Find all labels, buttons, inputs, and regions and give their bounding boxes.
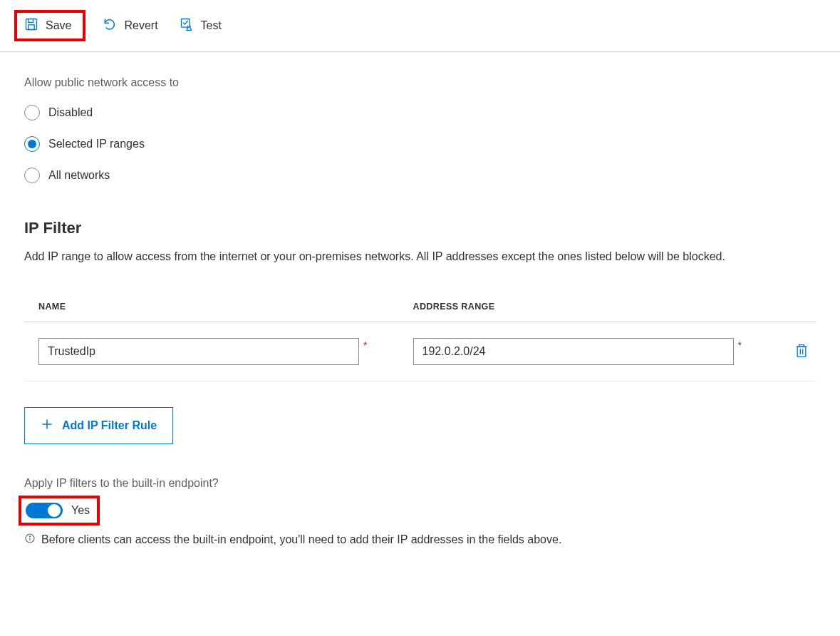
save-button[interactable]: Save bbox=[20, 14, 76, 37]
save-highlight-box: Save bbox=[14, 10, 85, 41]
rule-name-input[interactable] bbox=[38, 338, 359, 365]
column-header-actions bbox=[773, 294, 816, 322]
toolbar: Save Revert Test bbox=[0, 0, 840, 52]
radio-icon bbox=[24, 168, 40, 183]
column-header-name: NAME bbox=[24, 294, 399, 322]
radio-icon bbox=[24, 105, 40, 120]
radio-label-disabled: Disabled bbox=[48, 106, 93, 119]
network-access-label: Allow public network access to bbox=[24, 76, 816, 89]
column-header-address-range: ADDRESS RANGE bbox=[399, 294, 774, 322]
test-button[interactable]: Test bbox=[175, 14, 226, 37]
revert-label: Revert bbox=[124, 19, 157, 32]
apply-builtin-info: Before clients can access the built-in e… bbox=[24, 533, 816, 547]
svg-rect-3 bbox=[797, 347, 806, 357]
svg-rect-1 bbox=[28, 25, 34, 30]
radio-option-selected-ip[interactable]: Selected IP ranges bbox=[24, 136, 816, 152]
add-ip-filter-rule-button[interactable]: Add IP Filter Rule bbox=[24, 407, 173, 444]
apply-builtin-toggle[interactable] bbox=[26, 503, 63, 518]
radio-label-all: All networks bbox=[48, 169, 110, 182]
save-label: Save bbox=[46, 19, 71, 32]
revert-icon bbox=[103, 17, 117, 34]
ip-filter-description: Add IP range to allow access from the in… bbox=[24, 250, 816, 263]
network-access-radio-group: Disabled Selected IP ranges All networks bbox=[24, 105, 816, 183]
required-indicator: * bbox=[363, 339, 367, 351]
apply-builtin-info-text: Before clients can access the built-in e… bbox=[41, 533, 561, 546]
radio-label-selected-ip: Selected IP ranges bbox=[48, 138, 145, 150]
plus-icon bbox=[41, 418, 53, 434]
radio-icon bbox=[24, 136, 40, 152]
add-rule-label: Add IP Filter Rule bbox=[62, 419, 157, 432]
radio-option-all[interactable]: All networks bbox=[24, 168, 816, 183]
trash-icon bbox=[794, 350, 809, 361]
test-label: Test bbox=[201, 19, 222, 32]
toggle-thumb bbox=[48, 504, 61, 517]
save-icon bbox=[24, 17, 38, 34]
required-indicator: * bbox=[738, 339, 742, 351]
apply-builtin-value: Yes bbox=[71, 504, 90, 517]
svg-point-5 bbox=[29, 536, 30, 537]
apply-builtin-label: Apply IP filters to the built-in endpoin… bbox=[24, 477, 816, 490]
svg-rect-0 bbox=[26, 19, 37, 30]
revert-button[interactable]: Revert bbox=[98, 14, 162, 37]
table-row: * * bbox=[24, 322, 816, 381]
info-icon bbox=[24, 533, 36, 547]
rule-address-input[interactable] bbox=[413, 338, 734, 365]
content-area: Allow public network access to Disabled … bbox=[0, 52, 840, 547]
delete-rule-button[interactable] bbox=[790, 339, 813, 365]
test-icon bbox=[180, 17, 194, 34]
radio-option-disabled[interactable]: Disabled bbox=[24, 105, 816, 120]
ip-filter-heading: IP Filter bbox=[24, 219, 816, 237]
apply-builtin-highlight-box: Yes bbox=[19, 496, 100, 525]
ip-filter-table: NAME ADDRESS RANGE * * bbox=[24, 294, 816, 381]
